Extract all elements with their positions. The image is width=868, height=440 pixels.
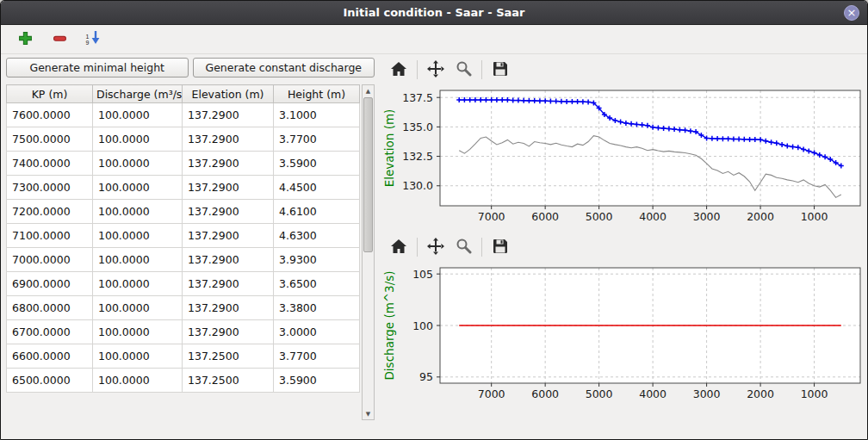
scroll-down-arrow[interactable]: ▼ bbox=[363, 408, 374, 419]
chart-svg: 7000600050004000300020001000137.5135.013… bbox=[380, 84, 864, 232]
ytick-label: 100 bbox=[412, 319, 433, 332]
close-button[interactable]: × bbox=[844, 5, 859, 21]
table-row: 7500.0000100.0000137.29003.7700 bbox=[7, 127, 360, 152]
table-cell[interactable]: 100.0000 bbox=[93, 320, 183, 344]
home-button[interactable] bbox=[385, 58, 412, 82]
table-cell[interactable]: 3.7700 bbox=[274, 344, 360, 369]
generate-constant-discharge-button[interactable]: Generate constant discharge bbox=[193, 58, 375, 77]
pan-button[interactable] bbox=[422, 58, 450, 82]
remove-row-button[interactable] bbox=[47, 28, 71, 51]
table-cell[interactable]: 3.9300 bbox=[274, 248, 360, 272]
save-button[interactable] bbox=[487, 235, 514, 259]
table-cell[interactable]: 3.3800 bbox=[274, 296, 360, 320]
table-cell[interactable]: 7100.0000 bbox=[7, 224, 93, 248]
table-cell[interactable]: 100.0000 bbox=[93, 344, 183, 369]
y-axis-label: Elevation (m) bbox=[382, 109, 396, 188]
table-cell[interactable]: 3.7700 bbox=[274, 127, 360, 152]
generate-minimal-height-button[interactable]: Generate minimal height bbox=[6, 58, 189, 77]
sort-digits: 1 9 bbox=[86, 34, 90, 46]
table-cell[interactable]: 100.0000 bbox=[93, 127, 183, 152]
table-cell[interactable]: 100.0000 bbox=[93, 272, 183, 296]
toolbar-separator bbox=[417, 60, 418, 79]
table-cell[interactable]: 137.2900 bbox=[183, 320, 274, 344]
add-row-button[interactable] bbox=[13, 28, 37, 51]
home-button[interactable] bbox=[385, 235, 412, 259]
table-cell[interactable]: 4.6100 bbox=[274, 200, 360, 224]
plot-area[interactable] bbox=[440, 90, 860, 206]
table-cell[interactable]: 6900.0000 bbox=[7, 272, 93, 296]
zoom-button[interactable] bbox=[450, 58, 477, 82]
table-row: 6500.0000100.0000137.25003.5900 bbox=[7, 369, 360, 393]
home-icon bbox=[390, 239, 407, 257]
table-cell[interactable]: 6600.0000 bbox=[7, 344, 93, 369]
table-cell[interactable]: 3.5900 bbox=[274, 152, 360, 176]
zoom-button[interactable] bbox=[450, 235, 477, 259]
home-icon bbox=[390, 61, 407, 79]
toolbar-separator bbox=[481, 60, 482, 79]
xtick-label: 3000 bbox=[693, 387, 721, 400]
table-cell[interactable]: 137.2900 bbox=[183, 248, 274, 272]
table-cell[interactable]: 137.2900 bbox=[183, 176, 274, 200]
table-cell[interactable]: 137.2900 bbox=[183, 272, 274, 296]
ytick-label: 95 bbox=[419, 370, 433, 383]
scrollbar-thumb[interactable] bbox=[363, 97, 373, 252]
titlebar[interactable]: Initial condition - Saar - Saar × bbox=[1, 1, 867, 25]
table-cell[interactable]: 6500.0000 bbox=[7, 369, 93, 393]
table-cell[interactable]: 137.2900 bbox=[183, 296, 274, 320]
generate-buttons: Generate minimal height Generate constan… bbox=[6, 58, 375, 77]
table-cell[interactable]: 3.1000 bbox=[274, 103, 360, 127]
right-panel: 7000600050004000300020001000137.5135.013… bbox=[380, 56, 864, 434]
ytick-label: 135.0 bbox=[402, 121, 433, 133]
table-cell[interactable]: 7000.0000 bbox=[7, 248, 93, 272]
table-cell[interactable]: 100.0000 bbox=[93, 152, 183, 176]
table-cell[interactable]: 100.0000 bbox=[93, 224, 183, 248]
table-cell[interactable]: 6700.0000 bbox=[7, 320, 93, 344]
scroll-up-arrow[interactable]: ▲ bbox=[363, 85, 374, 96]
table-cell[interactable]: 7600.0000 bbox=[7, 103, 93, 127]
ytick-label: 105 bbox=[412, 268, 433, 281]
table-cell[interactable]: 7200.0000 bbox=[7, 200, 93, 224]
table-cell[interactable]: 3.5900 bbox=[274, 369, 360, 393]
table-cell[interactable]: 7300.0000 bbox=[7, 176, 93, 200]
table-cell[interactable]: 100.0000 bbox=[93, 296, 183, 320]
discharge-chart[interactable]: 700060005000400030002000100010510095Disc… bbox=[380, 261, 864, 409]
table-cell[interactable]: 137.2500 bbox=[183, 344, 274, 369]
xtick-label: 5000 bbox=[586, 387, 613, 400]
table-cell[interactable]: 100.0000 bbox=[93, 200, 183, 224]
elevation-chart[interactable]: 7000600050004000300020001000137.5135.013… bbox=[380, 84, 864, 232]
table-cell[interactable]: 4.6300 bbox=[274, 224, 360, 248]
save-button[interactable] bbox=[487, 58, 514, 82]
table-cell[interactable]: 7500.0000 bbox=[7, 127, 93, 152]
xtick-label: 6000 bbox=[531, 210, 559, 223]
discharge-chart-block: 700060005000400030002000100010510095Disc… bbox=[380, 233, 864, 409]
table-row: 6900.0000100.0000137.29003.6500 bbox=[7, 272, 360, 296]
magnifier-icon bbox=[456, 60, 472, 79]
table-cell[interactable]: 6800.0000 bbox=[7, 296, 93, 320]
table-cell[interactable]: 137.2500 bbox=[183, 369, 274, 393]
pan-button[interactable] bbox=[422, 235, 450, 259]
table-vertical-scrollbar[interactable]: ▲ ▼ bbox=[362, 84, 375, 420]
table-cell[interactable]: 4.4500 bbox=[274, 176, 360, 200]
xtick-label: 1000 bbox=[801, 387, 828, 400]
pan-icon bbox=[427, 238, 444, 257]
table-cell[interactable]: 100.0000 bbox=[93, 369, 183, 393]
table-cell[interactable]: 7400.0000 bbox=[7, 152, 93, 176]
table-cell[interactable]: 137.2900 bbox=[183, 152, 274, 176]
table-cell[interactable]: 100.0000 bbox=[93, 248, 183, 272]
left-panel: Generate minimal height Generate constan… bbox=[6, 58, 375, 431]
table-cell[interactable]: 3.6500 bbox=[274, 272, 360, 296]
table-cell[interactable]: 100.0000 bbox=[93, 176, 183, 200]
elevation-chart-toolbar bbox=[380, 56, 864, 84]
xtick-label: 4000 bbox=[639, 210, 666, 223]
table-cell[interactable]: 137.2900 bbox=[183, 200, 274, 224]
initial-condition-table: KP (m) Discharge (m³/s) Elevation (m) He… bbox=[6, 84, 360, 393]
sort-rows-button[interactable]: 1 9 bbox=[82, 28, 106, 51]
discharge-chart-toolbar bbox=[380, 233, 864, 261]
table-cell[interactable]: 3.0000 bbox=[274, 320, 360, 344]
table-cell[interactable]: 100.0000 bbox=[93, 103, 183, 127]
table-cell[interactable]: 137.2900 bbox=[183, 127, 274, 152]
table-cell[interactable]: 137.2900 bbox=[183, 103, 274, 127]
xtick-label: 2000 bbox=[747, 210, 774, 223]
table-cell[interactable]: 137.2900 bbox=[183, 224, 274, 248]
table-body: 7600.0000100.0000137.29003.10007500.0000… bbox=[7, 103, 360, 393]
